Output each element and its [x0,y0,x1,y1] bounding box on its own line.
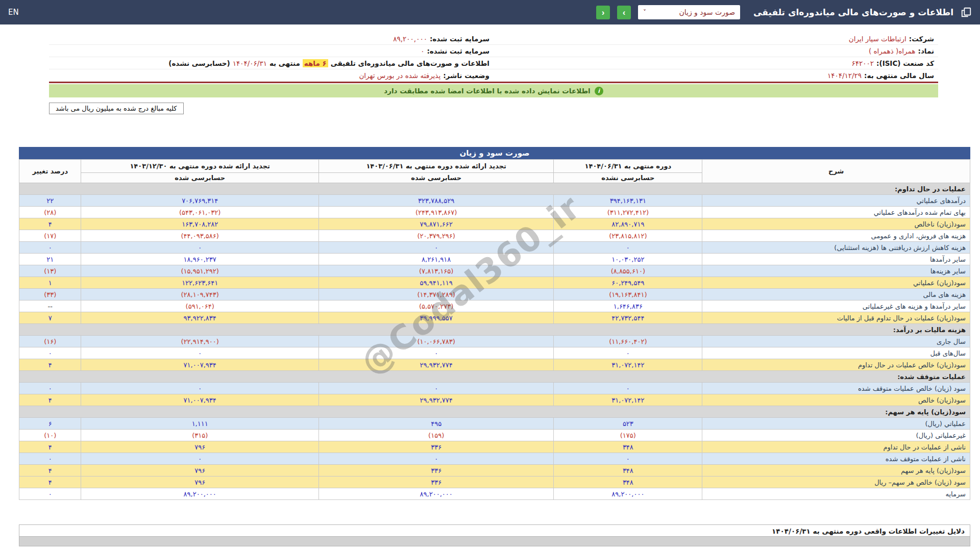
value-restated-annual: (۵۹۱,۰۶۴) [81,300,318,312]
row-label: سود(زیان) ناخالص [702,218,970,230]
symbol-value: همراه( ذهمراه ) [869,47,916,55]
value-restated-midyear: (۱۵۹) [318,430,553,441]
company-name-field: شرکت: ارتباطات سیار ایران [494,33,938,45]
value-current-period: ۵۲۳ [554,418,702,430]
value-current-period: ۰ [554,242,702,254]
statement-row: سود(زیان) پایه هر سهم۳۴۸۳۳۶۷۹۶۴ [19,465,970,477]
value-restated-midyear: ۲۹,۹۳۲,۷۷۴ [318,394,553,406]
fiscal-year-value: ۱۴۰۴/۱۲/۲۹ [827,71,862,80]
report-period-field: اطلاعات و صورت‌های مالی میاندوره‌ای تلفی… [49,57,494,69]
value-restated-midyear: ۴۹۵ [318,418,553,430]
report-period-suffix: (حسابرسی نشده) [168,59,230,67]
statement-row: درآمدهای عملیاتي۳۹۴,۱۶۳,۱۳۱۳۲۳,۷۸۸,۵۲۹۷۰… [19,195,970,207]
value-current-period: ۳۴۸ [554,441,702,453]
row-label: سایر درآمدها و هزینه های غیرعملیاتی [702,300,970,312]
row-label: سود (زیان) خالص هر سهم– ریال [702,477,970,488]
section-header-row: هزینه مالیات بر درآمد: [19,324,970,336]
section-header-row: عملیات در حال تداوم: [19,183,970,195]
statement-row: ناشی از عملیات در حال تداوم۳۴۸۳۳۶۷۹۶۴ [19,441,970,453]
value-restated-annual: ۱,۱۱۱ [81,418,318,430]
change-reasons-title: دلایل تغییرات اطلاعات واقعی دوره منتهی ب… [19,524,970,537]
value-restated-midyear: ۳۳۶ [318,465,553,477]
value-restated-annual: ۰ [81,242,318,254]
value-restated-annual: ۰ [81,453,318,465]
row-label: هزینه کاهش ارزش دریافتنی ها (هزینه استثن… [702,242,970,254]
value-current-period: (۱۹,۱۶۳,۸۴۱) [554,289,702,300]
language-toggle-en[interactable]: EN [8,8,19,17]
row-label: سود(زیان) پایه هر سهم [702,465,970,477]
value-restated-annual: ۷۰۶,۷۶۹,۳۱۴ [81,195,318,207]
row-label: عملیاتي (ریال) [702,418,970,430]
statement-row: سال جاری(۱۱,۶۶۰,۴۰۲)(۱۰,۰۶۶,۷۸۳)(۲۲,۹۱۴,… [19,336,970,347]
change-percent: ۴ [19,465,81,477]
value-restated-midyear: ۸,۲۶۱,۹۱۸ [318,254,553,265]
company-info-grid: شرکت: ارتباطات سیار ایران سرمایه ثبت شده… [49,33,938,82]
statement-row: سود(زیان) خالص عملیات در حال تداوم۳۱,۰۷۲… [19,359,970,371]
value-restated-midyear: ۰ [318,453,553,465]
statement-row: سرمایه۸۹,۲۰۰,۰۰۰۸۹,۲۰۰,۰۰۰۸۹,۲۰۰,۰۰۰۰ [19,488,970,500]
change-percent: -- [19,300,81,312]
value-restated-midyear: ۷۹,۸۷۱,۶۶۲ [318,218,553,230]
statement-row: سود (زیان) خالص عملیات متوقف شده۰۰۰۰ [19,383,970,394]
fiscal-year-label: سال مالی منتهی به: [864,71,934,80]
value-restated-annual: ۱۸,۹۶۰,۲۳۷ [81,254,318,265]
change-percent: ۴ [19,477,81,488]
value-restated-annual: ۱۶۳,۷۰۸,۲۸۲ [81,218,318,230]
company-name-label: شرکت: [909,35,934,43]
statement-row: هزینه های فروش، اداری و عمومی(۲۳,۸۱۵,۸۱۲… [19,230,970,242]
statement-row: سال‌های قبل۰۰۰۰ [19,347,970,359]
row-label: هزینه های مالی [702,289,970,300]
value-restated-midyear: ۰ [318,242,553,254]
nav-next-button[interactable]: › [617,6,631,19]
value-restated-midyear: ۰ [318,383,553,394]
document-export-icon[interactable] [961,7,972,18]
statement-row: عملیاتي (ریال)۵۲۳۴۹۵۱,۱۱۱۶ [19,418,970,430]
company-name-value[interactable]: ارتباطات سیار ایران [849,35,906,43]
value-restated-midyear: (۲۰,۳۷۹,۲۹۶) [318,230,553,242]
issuer-status-field: وضعیت ناشر: پذیرفته شده در بورس تهران [49,69,494,82]
change-percent: (۱۷) [19,230,81,242]
statement-row: سایر هزینه‌ها(۸,۸۵۵,۶۱۰)(۷,۸۱۳,۱۶۵)(۱۵,۹… [19,265,970,277]
symbol-label: نماد: [918,47,934,55]
report-period-highlight: ۶ ماهه [303,59,328,67]
change-percent: ۶ [19,418,81,430]
statement-title-bar: صورت سود و زیان [19,147,970,159]
change-percent: (۳۳) [19,289,81,300]
section-header-label: عملیات متوقف شده: [19,371,970,383]
section-header-label: هزینه مالیات بر درآمد: [19,324,970,336]
nav-prev-button[interactable]: ‹ [596,6,610,19]
statement-row: سود(زیان) عملیاتي۶۰,۲۴۹,۵۴۹۵۹,۹۴۱,۱۱۹۱۲۲… [19,277,970,289]
value-restated-midyear: ۳۳۶ [318,477,553,488]
report-period-label: اطلاعات و صورت‌های مالی میاندوره‌ای تلفی… [331,59,489,67]
change-percent: (۱۳) [19,265,81,277]
value-restated-annual: ۰ [81,347,318,359]
value-current-period: ۱,۶۴۶,۸۳۶ [554,300,702,312]
statement-row: سود(زیان) ناخالص۸۲,۸۹۰,۷۱۹۷۹,۸۷۱,۶۶۲۱۶۳,… [19,218,970,230]
value-restated-annual: ۷۱,۰۰۷,۹۳۴ [81,394,318,406]
change-percent: ۰ [19,453,81,465]
signature-match-banner: i اطلاعات نمایش داده شده با اطلاعات امضا… [49,84,938,97]
unregistered-capital-value: ۰ [421,47,424,55]
value-current-period: (۱۷۵) [554,430,702,441]
report-period-date: ۱۴۰۴/۰۶/۳۱ [233,59,267,67]
section-header-row: سود(زیان) پایه هر سهم: [19,406,970,418]
statement-type-dropdown[interactable]: صورت سود و زیان ˅ [638,5,740,19]
col-header-current-period: دوره منتهی به ۱۴۰۴/۰۶/۳۱ [554,160,702,173]
section-header-label: سود(زیان) پایه هر سهم: [19,406,970,418]
change-percent: (۱۰) [19,430,81,441]
statement-row: هزینه های مالی(۱۹,۱۶۳,۸۴۱)(۱۴,۳۷۱,۲۸۹)(۲… [19,289,970,300]
change-percent: ۴ [19,218,81,230]
value-restated-midyear: ۸۹,۲۰۰,۰۰۰ [318,488,553,500]
value-restated-annual: (۳۱۵) [81,430,318,441]
value-restated-midyear: ۳۳۶ [318,441,553,453]
value-current-period: ۳۱,۰۷۲,۱۴۲ [554,394,702,406]
row-label: ناشی از عملیات متوقف شده [702,453,970,465]
value-current-period: (۳۱۱,۲۷۲,۴۱۲) [554,207,702,218]
change-percent: ۰ [19,488,81,500]
change-reasons-header-bar [19,537,970,546]
isic-value: ۶۴۲۰۰۲ [852,59,874,67]
row-label: هزینه های فروش، اداری و عمومی [702,230,970,242]
change-percent: ۱ [19,277,81,289]
change-reasons-section: دلایل تغییرات اطلاعات واقعی دوره منتهی ب… [19,524,970,546]
value-current-period: ۱۰,۰۳۰,۲۵۲ [554,254,702,265]
